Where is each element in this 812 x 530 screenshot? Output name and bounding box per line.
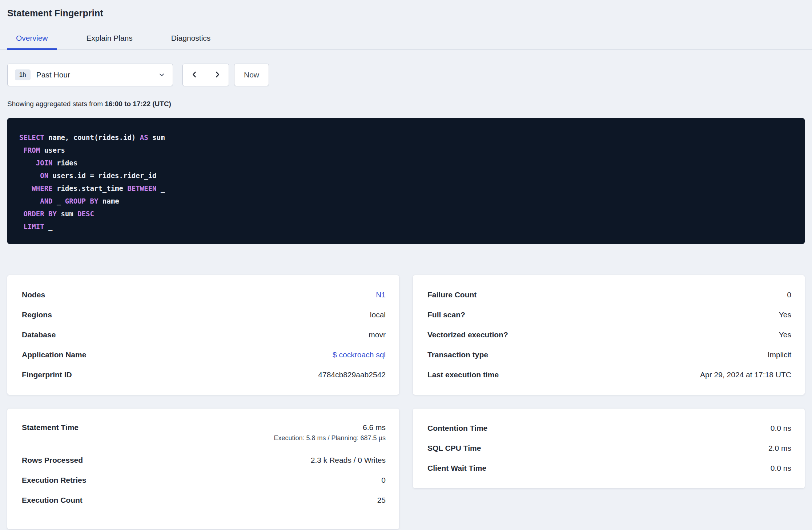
vectorized-execution-value: Yes: [779, 330, 791, 339]
full-scan-value: Yes: [779, 310, 791, 319]
failure-count-row: Failure Count 0: [427, 285, 791, 305]
prev-interval-button[interactable]: [183, 64, 206, 86]
fingerprint-id-value: 4784cb829aab2542: [318, 370, 386, 379]
application-name-link[interactable]: $ cockroach sql: [333, 350, 386, 359]
execution-count-row: Execution Count 25: [22, 490, 386, 510]
row-label: Vectorized execution?: [427, 330, 508, 339]
chevron-down-icon: [158, 71, 165, 79]
timing-cards-row: Statement Time 6.6 ms Execution: 5.8 ms …: [7, 409, 805, 529]
row-label: Client Wait Time: [427, 464, 486, 473]
row-label: Rows Processed: [22, 456, 83, 465]
tab-explain-plans[interactable]: Explain Plans: [78, 29, 141, 50]
database-value: movr: [369, 330, 386, 339]
stats-time-range: 16:00 to 17:22 (UTC): [105, 100, 171, 108]
row-label: SQL CPU Time: [427, 444, 481, 453]
failure-count-value: 0: [787, 290, 791, 299]
transaction-type-value: Implicit: [768, 350, 791, 359]
time-controls: 1h Past Hour Now: [7, 64, 805, 86]
execution-retries-row: Execution Retries 0: [22, 470, 386, 490]
statement-timing-card: Statement Time 6.6 ms Execution: 5.8 ms …: [7, 409, 399, 529]
last-execution-time-value: Apr 29, 2024 at 17:18 UTC: [700, 370, 791, 379]
overview-cards-row: Nodes N1 Regions local Database movr App…: [7, 275, 805, 395]
page-title: Statement Fingerprint: [7, 8, 805, 19]
statement-time-values: 6.6 ms Execution: 5.8 ms / Planning: 687…: [274, 423, 386, 442]
tab-diagnostics[interactable]: Diagnostics: [162, 29, 220, 50]
rows-processed-row: Rows Processed 2.3 k Reads / 0 Writes: [22, 450, 386, 470]
row-label: Nodes: [22, 290, 45, 299]
database-row: Database movr: [22, 325, 386, 345]
aggregated-stats-line: Showing aggregated stats from 16:00 to 1…: [7, 100, 805, 108]
chevron-left-icon: [190, 71, 198, 80]
statement-fingerprint-page: Statement Fingerprint Overview Explain P…: [0, 0, 812, 529]
row-label: Execution Retries: [22, 476, 86, 485]
contention-time-value: 0.0 ns: [771, 424, 791, 433]
application-name-row: Application Name $ cockroach sql: [22, 345, 386, 365]
row-label: Fingerprint ID: [22, 370, 72, 379]
full-scan-row: Full scan? Yes: [427, 305, 791, 325]
fingerprint-id-row: Fingerprint ID 4784cb829aab2542: [22, 365, 386, 385]
tab-overview[interactable]: Overview: [7, 29, 57, 50]
row-label: Full scan?: [427, 310, 465, 319]
execution-count-value: 25: [377, 496, 386, 505]
wait-time-card: Contention Time 0.0 ns SQL CPU Time 2.0 …: [413, 409, 805, 488]
sql-statement: SELECT name, count(rides.id) AS sum FROM…: [7, 118, 805, 244]
statement-time-breakdown: Execution: 5.8 ms / Planning: 687.5 µs: [274, 434, 386, 442]
row-label: Application Name: [22, 350, 86, 359]
interval-step-buttons: [182, 64, 229, 86]
time-interval-dropdown[interactable]: 1h Past Hour: [7, 64, 173, 86]
row-label: Statement Time: [22, 423, 79, 432]
chevron-right-icon: [213, 71, 221, 80]
now-button[interactable]: Now: [234, 64, 269, 86]
sql-cpu-time-row: SQL CPU Time 2.0 ms: [427, 438, 791, 458]
row-label: Last execution time: [427, 370, 499, 379]
last-execution-time-row: Last execution time Apr 29, 2024 at 17:1…: [427, 365, 791, 385]
row-label: Contention Time: [427, 424, 487, 433]
statement-details-card: Nodes N1 Regions local Database movr App…: [7, 275, 399, 395]
rows-processed-value: 2.3 k Reads / 0 Writes: [311, 456, 386, 465]
client-wait-time-value: 0.0 ns: [771, 464, 791, 473]
row-label: Execution Count: [22, 496, 83, 505]
vectorized-execution-row: Vectorized execution? Yes: [427, 325, 791, 345]
stats-line-prefix: Showing aggregated stats from: [7, 100, 105, 108]
execution-retries-value: 0: [381, 476, 386, 485]
interval-badge: 1h: [15, 69, 31, 80]
row-label: Failure Count: [427, 290, 477, 299]
statement-time-row: Statement Time 6.6 ms Execution: 5.8 ms …: [22, 418, 386, 450]
row-label: Database: [22, 330, 56, 339]
row-label: Regions: [22, 310, 52, 319]
interval-label: Past Hour: [36, 71, 70, 79]
row-label: Transaction type: [427, 350, 488, 359]
transaction-type-row: Transaction type Implicit: [427, 345, 791, 365]
nodes-value-link[interactable]: N1: [376, 290, 386, 299]
statement-time-value: 6.6 ms: [363, 423, 386, 432]
contention-time-row: Contention Time 0.0 ns: [427, 418, 791, 438]
regions-value: local: [370, 310, 386, 319]
tab-bar: Overview Explain Plans Diagnostics: [0, 29, 812, 50]
client-wait-time-row: Client Wait Time 0.0 ns: [427, 458, 791, 478]
next-interval-button[interactable]: [206, 64, 229, 86]
nodes-row: Nodes N1: [22, 285, 386, 305]
regions-row: Regions local: [22, 305, 386, 325]
execution-attributes-card: Failure Count 0 Full scan? Yes Vectorize…: [413, 275, 805, 395]
sql-cpu-time-value: 2.0 ms: [768, 444, 791, 453]
